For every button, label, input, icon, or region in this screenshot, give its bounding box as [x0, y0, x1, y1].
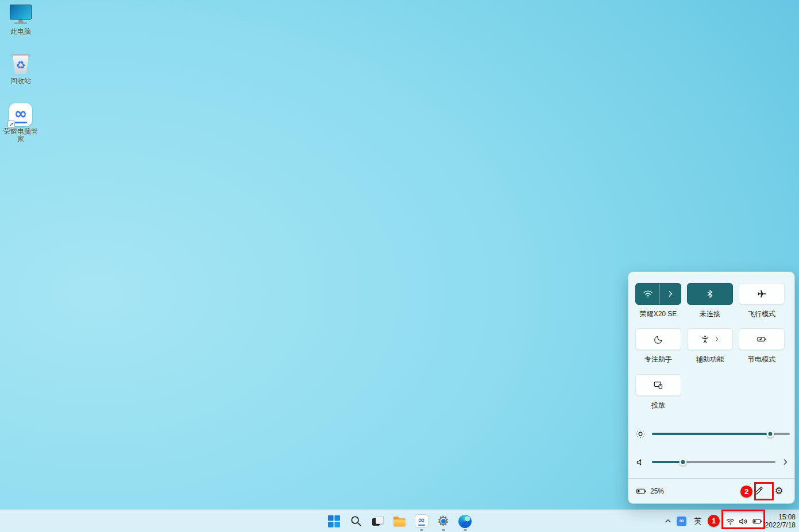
annotation-step-2-badge: 2 [740, 486, 752, 498]
volume-speaker-icon [634, 457, 647, 467]
start-button[interactable] [327, 514, 341, 528]
this-pc-icon [10, 5, 32, 26]
tray-show-hidden-icons-button[interactable] [662, 510, 674, 532]
desktop-icon-recycle-bin[interactable]: ♻ 回收站 [2, 54, 40, 85]
wifi-label: 荣耀X20 SE [635, 309, 681, 319]
annotation-edit-button-highlight-box [754, 482, 774, 500]
volume-slider-row [634, 455, 790, 469]
cast-toggle-button[interactable] [635, 374, 681, 396]
settings-gear-icon: ⚙ [437, 514, 450, 528]
bluetooth-label: 未连接 [687, 309, 733, 319]
folder-icon [393, 515, 407, 527]
accessibility-person-icon [700, 335, 710, 344]
airplane-cell: 飞行模式 [739, 283, 785, 319]
battery-saver-toggle-button[interactable] [739, 328, 785, 350]
search-icon [350, 515, 362, 527]
battery-icon [635, 486, 647, 496]
moon-icon [654, 335, 663, 344]
volume-slider-track[interactable] [652, 461, 775, 463]
cast-icon [653, 380, 664, 391]
annotation-tray-highlight-box [721, 510, 765, 529]
desktop-icon-label: 荣耀电脑管家 [2, 128, 40, 143]
battery-status-button[interactable]: 25% [635, 486, 664, 496]
volume-output-chevron-icon[interactable] [781, 458, 790, 466]
wifi-expand-chevron-icon[interactable] [660, 284, 681, 304]
wifi-icon[interactable] [636, 284, 660, 304]
brightness-slider-row [634, 427, 790, 441]
gear-icon: ⚙ [774, 486, 783, 496]
taskbar-center-icons: ∞ ⚙ [327, 510, 472, 532]
cast-cell: 投放 [635, 374, 681, 410]
task-view-button[interactable] [371, 514, 385, 528]
airplane-mode-toggle-button[interactable] [739, 283, 785, 305]
accessibility-toggle-button[interactable] [687, 328, 733, 350]
bluetooth-toggle-button[interactable] [687, 283, 733, 305]
taskbar: ∞ ⚙ ∞ 英 [0, 510, 799, 532]
recycle-bin-icon: ♻ [11, 54, 30, 76]
battery-percent-label: 25% [650, 487, 664, 495]
desktop-icon-label: 回收站 [10, 77, 31, 85]
running-indicator [442, 529, 445, 531]
chevron-up-icon [664, 517, 672, 525]
brightness-slider-track[interactable] [652, 433, 790, 435]
clock[interactable]: 15:08 2022/7/18 [765, 513, 796, 529]
running-indicator [464, 529, 467, 531]
honor-pc-manager-icon: ∞ [415, 515, 428, 527]
wifi-toggle-button[interactable] [635, 283, 681, 305]
clock-time: 15:08 [765, 513, 796, 521]
ime-language-button[interactable]: 英 [692, 510, 704, 532]
cast-label: 投放 [635, 401, 681, 410]
tray-honor-pc-manager-icon[interactable]: ∞ [677, 517, 686, 526]
wifi-cell: 荣耀X20 SE [635, 283, 681, 319]
recycle-glyph: ♻ [16, 60, 25, 71]
taskbar-honor-pc-manager-button[interactable]: ∞ [415, 514, 429, 528]
search-button[interactable] [349, 514, 363, 528]
volume-slider-thumb[interactable] [679, 459, 686, 466]
bluetooth-cell: 未连接 [687, 283, 733, 319]
desktop-icon-this-pc[interactable]: 此电脑 [2, 5, 40, 36]
accessibility-chevron-icon [714, 336, 720, 342]
brightness-sun-icon [634, 428, 647, 440]
desktop-icon-honor-pc-manager[interactable]: ∞ ↗ 荣耀电脑管家 [2, 103, 40, 143]
windows-logo-icon [328, 515, 340, 527]
desktop-icon-label: 此电脑 [10, 28, 31, 36]
airplane-mode-label: 飞行模式 [739, 309, 785, 319]
battery-saver-label: 节电模式 [739, 355, 785, 364]
brightness-slider-thumb[interactable] [767, 430, 774, 438]
taskbar-settings-button[interactable]: ⚙ [437, 514, 450, 528]
accessibility-label: 辅助功能 [687, 355, 733, 364]
honor-pc-manager-icon: ∞ ↗ [9, 103, 32, 126]
annotation-step-1-badge: 1 [708, 515, 720, 527]
quick-settings-panel: 荣耀X20 SE 未连接 飞行模式 专注助手 [628, 271, 795, 504]
focus-cell: 专注助手 [635, 328, 681, 364]
shortcut-arrow-icon: ↗ [7, 121, 15, 128]
bluetooth-icon [705, 289, 715, 299]
accessibility-cell: 辅助功能 [687, 328, 733, 364]
battery-saver-icon [756, 334, 767, 344]
file-explorer-button[interactable] [393, 514, 407, 528]
running-indicator [420, 529, 423, 531]
infinity-glyph: ∞ [14, 106, 28, 121]
edge-browser-icon [458, 515, 472, 528]
focus-assist-label: 专注助手 [635, 355, 681, 364]
clock-date: 2022/7/18 [765, 521, 796, 529]
taskbar-edge-button[interactable] [458, 514, 472, 528]
battery-saver-cell: 节电模式 [739, 328, 785, 364]
focus-assist-toggle-button[interactable] [635, 328, 681, 350]
airplane-icon [756, 289, 767, 299]
